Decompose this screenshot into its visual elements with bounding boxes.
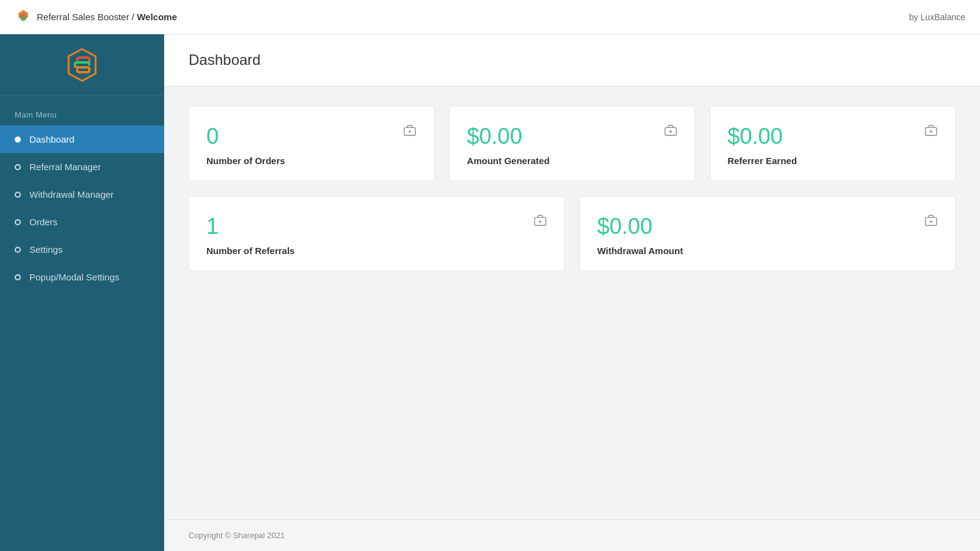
card-referrer-earned: $0.00 Referrer Earned bbox=[710, 106, 956, 181]
sidebar-item-settings[interactable]: Settings bbox=[0, 236, 164, 263]
cards-row-2: 1 Number of Referrals bbox=[189, 196, 956, 271]
app-logo-icon bbox=[15, 9, 32, 26]
sidebar-item-label-dashboard: Dashboard bbox=[29, 134, 74, 144]
sidebar-item-dot-popup bbox=[15, 274, 21, 280]
stat-label-referrer-earned: Referrer Earned bbox=[728, 156, 938, 166]
topbar-by-label: by LuxBalance bbox=[909, 12, 965, 22]
stat-label-amount-generated: Amount Generated bbox=[467, 156, 677, 166]
sidebar-item-orders[interactable]: Orders bbox=[0, 208, 164, 236]
copyright-text: Copyright © Sharepal 2021 bbox=[189, 531, 285, 540]
briefcase-icon-referrer bbox=[924, 124, 938, 140]
sidebar-item-label-orders: Orders bbox=[29, 217, 58, 227]
sidebar: Main Menu Dashboard Referral Manager Wit… bbox=[0, 34, 164, 551]
app-name: Referral Sales Booster bbox=[37, 12, 129, 22]
sidebar-item-popup-modal[interactable]: Popup/Modal Settings bbox=[0, 263, 164, 291]
stat-value-referrer-earned: $0.00 bbox=[728, 124, 938, 149]
sidebar-item-label-settings: Settings bbox=[29, 244, 62, 255]
page-header: Dashboard bbox=[164, 34, 980, 86]
stat-value-withdrawal-amount: $0.00 bbox=[597, 214, 938, 239]
sidebar-item-referral-manager[interactable]: Referral Manager bbox=[0, 153, 164, 181]
sidebar-item-dot-orders bbox=[15, 219, 21, 225]
stat-label-withdrawal-amount: Withdrawal Amount bbox=[597, 246, 938, 256]
sidebar-menu-label: Main Menu bbox=[0, 96, 164, 126]
page-title: Dashboard bbox=[189, 51, 956, 69]
topbar-title: Referral Sales Booster / Welcome bbox=[37, 12, 177, 22]
topbar: Referral Sales Booster / Welcome by LuxB… bbox=[0, 0, 980, 34]
stat-value-amount-generated: $0.00 bbox=[467, 124, 677, 149]
sidebar-logo-area bbox=[0, 34, 164, 96]
stat-label-num-referrals: Number of Referrals bbox=[206, 246, 547, 256]
stat-value-num-referrals: 1 bbox=[206, 214, 547, 239]
sidebar-item-dashboard[interactable]: Dashboard bbox=[0, 126, 164, 153]
content-area: Dashboard 0 Number of Orders bbox=[164, 34, 980, 551]
cards-row-1: 0 Number of Orders bbox=[189, 106, 956, 181]
main-layout: Main Menu Dashboard Referral Manager Wit… bbox=[0, 34, 980, 551]
svg-marker-0 bbox=[69, 49, 96, 81]
stat-label-num-orders: Number of Orders bbox=[206, 156, 417, 166]
card-withdrawal-amount: $0.00 Withdrawal Amount bbox=[579, 196, 956, 271]
cards-container: 0 Number of Orders bbox=[164, 86, 980, 305]
sidebar-item-label-popup: Popup/Modal Settings bbox=[29, 272, 119, 282]
sidebar-item-withdrawal-manager[interactable]: Withdrawal Manager bbox=[0, 181, 164, 208]
briefcase-icon-amount bbox=[664, 124, 677, 140]
sidebar-item-dot-withdrawal bbox=[15, 192, 21, 198]
briefcase-icon-referrals bbox=[533, 214, 547, 230]
briefcase-icon-withdrawal bbox=[924, 214, 938, 230]
card-amount-generated: $0.00 Amount Generated bbox=[449, 106, 695, 181]
sidebar-item-label-referral: Referral Manager bbox=[29, 162, 101, 172]
sidebar-logo-icon bbox=[64, 47, 100, 83]
briefcase-icon-orders bbox=[403, 124, 417, 140]
sidebar-item-dot-dashboard bbox=[15, 137, 21, 143]
topbar-left: Referral Sales Booster / Welcome bbox=[15, 9, 177, 26]
topbar-current-page: Welcome bbox=[137, 12, 177, 22]
sidebar-item-dot-settings bbox=[15, 247, 21, 253]
sidebar-item-dot-referral bbox=[15, 164, 21, 170]
card-num-referrals: 1 Number of Referrals bbox=[189, 196, 565, 271]
stat-value-num-orders: 0 bbox=[206, 124, 417, 149]
card-num-orders: 0 Number of Orders bbox=[189, 106, 434, 181]
sidebar-item-label-withdrawal: Withdrawal Manager bbox=[29, 189, 114, 200]
content-footer: Copyright © Sharepal 2021 bbox=[164, 519, 980, 551]
content-inner: Dashboard 0 Number of Orders bbox=[164, 34, 980, 519]
